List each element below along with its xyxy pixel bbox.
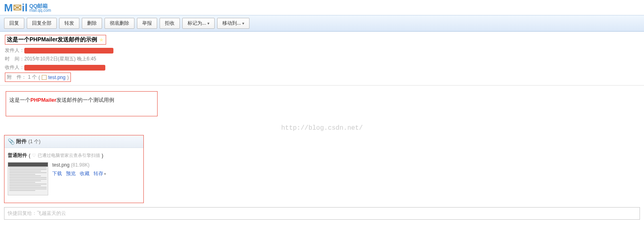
- time-label: 时 间：: [5, 56, 24, 62]
- download-link[interactable]: 下载: [52, 170, 62, 177]
- attachment-file-icon: [42, 75, 47, 80]
- favorite-link[interactable]: 收藏: [80, 170, 90, 177]
- shield-icon: ♡: [32, 153, 36, 158]
- forward-button[interactable]: 转发: [59, 18, 79, 29]
- report-button[interactable]: 举报: [137, 18, 157, 29]
- to-value-redacted: [24, 65, 105, 71]
- body-text: 这是一个PHPMailer发送邮件的一个测试用例: [9, 97, 114, 103]
- preview-link[interactable]: 预览: [66, 170, 76, 177]
- delete-button[interactable]: 删除: [82, 18, 102, 29]
- attachment-header: 📎 附件 (1 个): [4, 135, 143, 148]
- attachment-label: 附 件：: [7, 74, 26, 81]
- time-value: 2015年10月2日(星期五) 晚上6:45: [24, 56, 96, 62]
- move-to-dropdown[interactable]: 移动到...: [217, 18, 249, 29]
- from-label: 发件人：: [5, 47, 24, 54]
- logo-url: mail.qq.com: [29, 9, 51, 13]
- attachment-link[interactable]: test.png: [48, 75, 66, 80]
- scan-text: 已通过电脑管家云查杀引擎扫描: [38, 152, 100, 158]
- quick-reply-input[interactable]: 快捷回复给：飞越蓝天的云: [4, 207, 640, 220]
- logo: M✉il QQ邮箱 mail.qq.com: [0, 0, 644, 15]
- mail-body: 这是一个PHPMailer发送邮件的一个测试用例: [0, 86, 644, 122]
- attachment-subtitle: 普通附件: [8, 152, 27, 159]
- delete-permanent-button[interactable]: 彻底删除: [104, 18, 134, 29]
- saveas-dropdown[interactable]: 转存: [94, 170, 106, 177]
- attachment-file-size: (81.98K): [71, 162, 90, 168]
- reply-all-button[interactable]: 回复全部: [27, 18, 57, 29]
- reject-button[interactable]: 拒收: [160, 18, 180, 29]
- reply-button[interactable]: 回复: [4, 18, 24, 29]
- logo-mail: M✉il: [4, 2, 28, 14]
- watermark: http://blog.csdn.net/: [0, 124, 644, 132]
- attachment-count: 1 个: [28, 74, 37, 81]
- mark-as-dropdown[interactable]: 标记为...: [182, 18, 215, 29]
- paperclip-icon: 📎: [8, 138, 15, 145]
- attachment-thumbnail[interactable]: [8, 162, 48, 195]
- mail-subject: 这是一个PHPMailer发送邮件的示例: [7, 36, 97, 43]
- attachment-panel: 📎 附件 (1 个) 普通附件 ( ♡ 已通过电脑管家云查杀引擎扫描 ) tes…: [4, 135, 144, 203]
- mail-header: 这是一个PHPMailer发送邮件的示例 ★ 发件人： 时 间： 2015年10…: [0, 32, 644, 86]
- attachment-file-name: test.png: [52, 162, 70, 168]
- attachment-header-count: (1 个): [28, 138, 41, 145]
- attachment-title: 附件: [16, 138, 27, 145]
- from-value-redacted: [24, 48, 113, 54]
- toolbar: 回复 回复全部 转发 删除 彻底删除 举报 拒收 标记为... 移动到...: [0, 15, 644, 32]
- to-label: 收件人：: [5, 64, 24, 71]
- star-icon[interactable]: ★: [99, 36, 104, 43]
- attachment-item: test.png (81.98K) 下载 预览 收藏 转存: [8, 162, 140, 195]
